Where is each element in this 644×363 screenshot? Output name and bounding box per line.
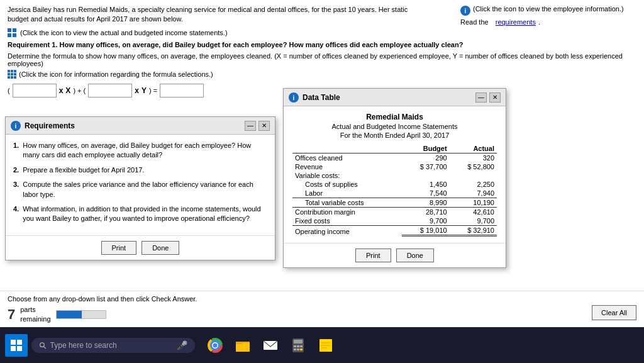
req-text-4: What information, in addition to that pr… xyxy=(23,204,267,224)
svg-rect-34 xyxy=(294,349,296,350)
data-table-modal-header: i Data Table — ✕ xyxy=(284,89,506,106)
data-table: Budget Actual Offices cleaned290320Reven… xyxy=(292,144,497,237)
svg-rect-7 xyxy=(8,73,10,75)
svg-line-18 xyxy=(44,347,46,349)
calculator-icon[interactable] xyxy=(287,334,309,357)
svg-point-17 xyxy=(40,342,45,347)
requirements-list: 1. How many offices, on average, did Bai… xyxy=(13,141,267,224)
svg-rect-5 xyxy=(11,70,13,72)
chrome-icon[interactable] xyxy=(204,334,226,357)
requirement-text: How many offices, on average, did Bailey… xyxy=(60,41,464,48)
requirement-label: Requirement 1. xyxy=(8,41,57,48)
req-num-4: 4. xyxy=(13,204,19,224)
taskbar: 🎤 xyxy=(0,327,644,363)
data-table-close-button[interactable]: ✕ xyxy=(489,92,501,103)
svg-rect-1 xyxy=(13,28,16,32)
choose-text: Choose from any drop-down list and then … xyxy=(8,295,636,303)
svg-rect-13 xyxy=(11,340,16,345)
requirements-print-button[interactable]: Print xyxy=(101,241,137,255)
req-num-2: 2. xyxy=(13,165,19,175)
data-table-done-button[interactable]: Done xyxy=(396,249,434,262)
list-item: 4. What information, in addition to that… xyxy=(13,204,267,224)
period: . xyxy=(538,18,540,26)
formula-input-result[interactable] xyxy=(160,84,204,98)
info-icon-employee[interactable]: i xyxy=(460,6,470,16)
table-row: $ 52,800 xyxy=(450,162,497,171)
svg-rect-8 xyxy=(11,73,13,75)
datatable-statement-title: Actual and Budgeted Income Statements xyxy=(292,123,497,130)
svg-rect-33 xyxy=(300,345,303,347)
svg-rect-27 xyxy=(236,342,242,344)
taskbar-search-input[interactable] xyxy=(50,341,173,350)
intro-paragraph: Jessica Bailey has run Remedial Maids, a… xyxy=(8,5,423,25)
microphone-icon[interactable]: 🎤 xyxy=(177,340,187,350)
svg-rect-11 xyxy=(11,76,13,79)
req-num-3: 3. xyxy=(13,180,19,199)
file-explorer-icon[interactable] xyxy=(231,334,254,357)
data-table-body: Remedial Maids Actual and Budgeted Incom… xyxy=(284,106,506,243)
table-row: 7,940 xyxy=(450,189,497,198)
table-row: 320 xyxy=(450,154,497,163)
formula-op-X: X xyxy=(65,86,70,95)
employee-info-line: i (Click the icon to view the employee i… xyxy=(460,5,636,16)
svg-rect-9 xyxy=(14,73,16,75)
progress-bar xyxy=(56,310,106,319)
formula-input-1[interactable] xyxy=(13,84,57,98)
svg-rect-12 xyxy=(14,76,16,79)
datatable-company: Remedial Maids xyxy=(292,113,497,121)
grid-icon-actual[interactable] xyxy=(8,28,16,37)
svg-point-24 xyxy=(213,343,218,347)
table-row: 8,990 xyxy=(402,198,449,208)
data-table-minimize-button[interactable]: — xyxy=(475,92,487,103)
minimize-button[interactable]: — xyxy=(245,121,256,131)
sticky-notes-icon[interactable] xyxy=(314,334,337,357)
table-row: Offices cleaned xyxy=(292,154,402,163)
data-table-modal-footer: Print Done xyxy=(284,243,506,267)
list-item: 2. Prepare a flexible budget for April 2… xyxy=(13,165,267,175)
parts-number: 7 xyxy=(8,306,15,323)
data-table-modal-title: i Data Table xyxy=(289,92,340,103)
formula-paren-mid: ) + ( xyxy=(73,87,86,94)
req-text-2: Prepare a flexible budget for April 2017… xyxy=(23,165,144,175)
table-row: Costs of supplies xyxy=(292,180,402,189)
svg-rect-16 xyxy=(17,346,22,351)
requirements-link-line: Read the requirements. xyxy=(460,18,636,26)
table-row: 42,610 xyxy=(450,208,497,217)
formula-op-Y: Y xyxy=(142,86,147,95)
list-item: 3. Compute the sales price variance and … xyxy=(13,180,267,199)
svg-rect-14 xyxy=(17,340,22,345)
formula-op-x: x xyxy=(59,86,64,95)
requirements-link[interactable]: requirements xyxy=(496,18,536,26)
table-row: $ 32,910 xyxy=(450,226,497,236)
table-row: 28,710 xyxy=(402,208,449,217)
svg-rect-15 xyxy=(11,346,16,351)
formula-paren-open: ( xyxy=(8,87,10,94)
table-row: Contribution margin xyxy=(292,208,402,217)
close-button[interactable]: ✕ xyxy=(258,121,270,131)
formula-input-2[interactable] xyxy=(88,84,132,98)
table-row: $ 37,700 xyxy=(402,162,449,171)
taskbar-search-box[interactable]: 🎤 xyxy=(31,338,195,353)
info-icon-datatable: i xyxy=(289,92,299,103)
svg-rect-36 xyxy=(300,349,303,350)
mail-icon[interactable] xyxy=(259,334,282,357)
requirements-modal: i Requirements — ✕ 1. How many offices, … xyxy=(5,116,275,260)
requirements-done-button[interactable]: Done xyxy=(142,241,179,255)
svg-rect-35 xyxy=(297,349,299,350)
bottom-area: Choose from any drop-down list and then … xyxy=(0,291,644,327)
clear-all-button[interactable]: Clear All xyxy=(592,305,636,320)
windows-start-button[interactable] xyxy=(5,334,28,357)
table-row xyxy=(402,171,449,180)
table-row: Fixed costs xyxy=(292,216,402,226)
svg-rect-3 xyxy=(13,33,16,37)
req-num-1: 1. xyxy=(13,141,19,160)
requirements-modal-footer: Print Done xyxy=(6,235,275,260)
grid-icon-formula[interactable] xyxy=(8,70,16,79)
table-row: 1,450 xyxy=(402,180,449,189)
requirement-title: Requirement 1. How many offices, on aver… xyxy=(8,41,636,48)
table-row: 290 xyxy=(402,154,449,163)
table-header-label xyxy=(292,144,402,154)
data-table-print-button[interactable]: Print xyxy=(355,249,391,262)
data-table-modal: i Data Table — ✕ Remedial Maids Actual a… xyxy=(283,88,506,268)
svg-rect-10 xyxy=(8,76,10,79)
